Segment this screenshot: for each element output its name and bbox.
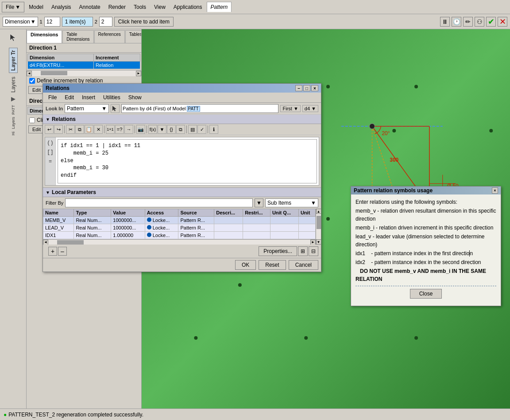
table-button[interactable]: ▤ (188, 125, 197, 134)
value2-input[interactable] (99, 17, 112, 27)
filter-input[interactable] (65, 198, 253, 207)
add-param-button[interactable]: + (48, 247, 57, 256)
dialog-bottom-buttons: OK Reset Cancel (43, 258, 321, 272)
view-menu[interactable]: View (151, 2, 169, 12)
dim-table-scrollbar-h[interactable]: ◄ ► (27, 70, 141, 76)
params-scroll-down[interactable]: ▼ (316, 239, 321, 245)
arrow-button[interactable]: → (124, 125, 133, 134)
dimension-row[interactable]: d4:F8(EXTRU... Relation (28, 62, 140, 69)
rel-show-menu[interactable]: Show (125, 93, 145, 101)
insert-val-button[interactable]: 1+1 (106, 125, 115, 134)
params-table: Name Type Value Access Source Descri... … (43, 209, 316, 239)
reset-button[interactable]: Reset (259, 260, 286, 270)
gutter-sym-brackets[interactable]: [] (47, 148, 53, 157)
rel-utilities-menu[interactable]: Utilities (100, 93, 124, 101)
annotate-menu[interactable]: Annotate (76, 2, 104, 12)
define-increment-checkbox[interactable] (29, 78, 35, 84)
toolbar: Dimension ▼ 1 1 item(s) 2 Click here to … (0, 14, 510, 29)
layers-panel-toggle[interactable]: Layer Tr (9, 48, 18, 73)
cut-button[interactable]: ✂ (66, 125, 75, 134)
lock-circle-3-icon (147, 233, 151, 237)
relations-section-header[interactable]: ▼ Relations (43, 115, 321, 124)
add-item-button[interactable]: Click here to add item (114, 17, 174, 27)
tab-references[interactable]: References (94, 30, 125, 43)
copy-button[interactable]: ⧉ (75, 125, 84, 134)
tab-tables[interactable]: Tables (125, 30, 142, 43)
dir2-checkbox[interactable] (29, 117, 35, 123)
braces-button[interactable]: {} (167, 125, 176, 134)
params-scroll-track (48, 240, 310, 245)
gutter-sym-equals[interactable]: = (49, 158, 52, 166)
scroll-thumb-h (41, 71, 67, 75)
undo-button[interactable]: ↩ (45, 125, 54, 134)
params-scroll-left[interactable]: ◄ (43, 240, 48, 245)
hint-close-button[interactable]: × (492, 187, 498, 194)
idx1-desc (214, 232, 243, 239)
cancel-dialog-button[interactable]: Cancel (289, 260, 318, 270)
scroll-right-btn[interactable]: ► (136, 71, 141, 76)
rel-insert-menu[interactable]: Insert (78, 93, 99, 101)
first-dropdown[interactable]: First ▼ (280, 105, 300, 112)
select-tool[interactable] (4, 31, 22, 43)
filter-view-button[interactable]: ⊟ (309, 246, 318, 256)
close-button[interactable]: × (311, 85, 318, 91)
param-row-lead-v[interactable]: LEAD_V Real Num... 1000000... Locke... P… (43, 224, 316, 232)
dimension-dropdown[interactable]: Dimension ▼ (3, 17, 38, 27)
check2-button[interactable]: ✓ (197, 125, 206, 134)
restore-button[interactable]: □ (303, 85, 310, 91)
verify-button[interactable]: =? (115, 125, 124, 134)
properties-button[interactable]: Properties... (259, 246, 297, 256)
look-in-dropdown[interactable]: Pattern ▼ (65, 104, 109, 113)
param-row-idx1[interactable]: IDX1 Real Num... 1.000000 Locke... Patte… (43, 232, 316, 239)
pause-button[interactable]: ⏸ (440, 17, 450, 27)
grid-view-button[interactable]: ⊞ (298, 246, 308, 256)
tools-menu[interactable]: Tools (130, 2, 150, 12)
hint-close-btn[interactable]: Close (410, 289, 442, 299)
redo-button[interactable]: ↪ (54, 125, 63, 134)
paste-button[interactable]: 📋 (85, 125, 93, 134)
tab-table-dimensions[interactable]: Table Dimensions (62, 30, 93, 43)
d4-dropdown[interactable]: d4 ▼ (302, 105, 318, 112)
clock-button[interactable]: 🕐 (452, 17, 461, 27)
local-params-header[interactable]: ▼ Local Parameters (43, 188, 321, 197)
lead-v-access: Locke... (145, 224, 178, 232)
gutter-sym-parens[interactable]: () (47, 139, 53, 148)
camera-button[interactable]: 📷 (136, 125, 145, 134)
rel-edit-menu[interactable]: Edit (61, 93, 77, 101)
confirm-button[interactable]: ✔ (486, 17, 496, 27)
sub-items-label: Sub Items (267, 200, 291, 206)
patt-layer-item[interactable] (10, 96, 16, 103)
delete-button[interactable]: ✕ (94, 125, 103, 134)
model-menu[interactable]: Model (25, 2, 47, 12)
value1-input[interactable] (44, 17, 60, 27)
remove-param-button[interactable]: – (58, 247, 67, 256)
cancel-button[interactable]: ✕ (498, 17, 507, 27)
ok-button[interactable]: OK (235, 260, 256, 270)
idx1-unitq (270, 232, 298, 239)
rel-file-menu[interactable]: File (45, 93, 60, 101)
param-row-memb-v[interactable]: MEMB_V Real Num... 1000000... Locke... P… (43, 217, 316, 224)
copy2-button[interactable]: ⧉ (176, 125, 185, 134)
minimize-button[interactable]: – (295, 85, 302, 91)
filter-arrow-btn[interactable]: ▼ (255, 198, 263, 207)
pattern-tab[interactable]: Pattern (207, 2, 232, 12)
applications-menu[interactable]: Applications (170, 2, 206, 12)
edit2-button[interactable]: ✏ (463, 17, 473, 27)
render-menu[interactable]: Render (105, 2, 129, 12)
tab-dimensions[interactable]: Dimensions (27, 30, 62, 43)
fx-button[interactable]: f(x) (148, 125, 157, 134)
link-button[interactable]: ⚇ (475, 17, 484, 27)
info-button[interactable]: ℹ (209, 125, 218, 134)
params-scrollbar-v[interactable]: ▲ ▼ (316, 209, 321, 245)
code-editor[interactable]: if idx1 == 1 | idx1 == 11 memb_i = 25 el… (58, 139, 317, 183)
scroll-left-btn[interactable]: ◄ (27, 71, 32, 76)
params-scroll-right[interactable]: ► (310, 240, 316, 245)
file-menu[interactable]: File ▼ (2, 2, 24, 12)
analysis-menu[interactable]: Analysis (48, 2, 75, 12)
sub-items-dropdown[interactable]: Sub Items ▼ (265, 198, 318, 207)
params-scrollbar-h[interactable]: ◄ ► (43, 239, 316, 245)
hint-line-4: idx1 - pattern instance index in the fir… (355, 249, 496, 257)
cursor-tool-btn[interactable] (111, 104, 120, 113)
params-scroll-up[interactable]: ▲ (316, 209, 321, 214)
dropdown-arrow-btn[interactable]: ▼ (158, 125, 166, 134)
